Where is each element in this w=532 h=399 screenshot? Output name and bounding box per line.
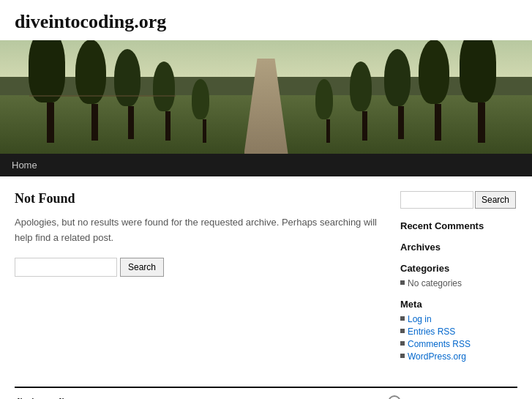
nav-item-home[interactable]: Home	[0, 154, 49, 176]
sidebar-meta-heading: Meta	[400, 299, 517, 310]
not-found-body: Apologies, but no results were found for…	[15, 215, 386, 246]
sidebar-meta-login: Log in	[400, 314, 517, 324]
wordpress-icon: W	[388, 395, 401, 399]
footer: diveintocoding.org W Proudly powered by …	[0, 388, 532, 399]
sidebar-section-archives: Archives	[400, 242, 517, 253]
bullet-icon	[400, 354, 405, 358]
sidebar-archives-heading: Archives	[400, 242, 517, 253]
main-search-button[interactable]: Search	[120, 258, 164, 277]
sidebar-search-input[interactable]	[400, 191, 473, 209]
bullet-icon	[400, 341, 405, 346]
sidebar-meta-entries-rss: Entries RSS	[400, 327, 517, 337]
site-title: diveintocoding.org	[15, 11, 517, 33]
main-nav: Home	[0, 154, 532, 176]
sidebar-section-meta: Meta Log in Entries RSS Comments RSS	[400, 299, 517, 362]
sidebar-entries-rss-link[interactable]: Entries RSS	[408, 327, 455, 337]
sidebar-login-link[interactable]: Log in	[408, 314, 432, 324]
sidebar-recent-comments-heading: Recent Comments	[400, 220, 517, 231]
sidebar-meta-comments-rss: Comments RSS	[400, 339, 517, 349]
sidebar-section-categories: Categories No categories	[400, 263, 517, 288]
main-search-input[interactable]	[15, 258, 117, 277]
main-search-form: Search	[15, 258, 386, 277]
main-content: Not Found Apologies, but no results were…	[15, 191, 386, 372]
bullet-icon	[400, 329, 405, 333]
sidebar: Search Recent Comments Archives Categori…	[400, 191, 517, 372]
sidebar-search-button[interactable]: Search	[475, 191, 516, 209]
sidebar-section-recent-comments: Recent Comments	[400, 220, 517, 231]
sidebar-wordpress-link[interactable]: WordPress.org	[408, 351, 466, 362]
sidebar-category-item: No categories	[400, 278, 517, 288]
sidebar-meta-wordpress-org: WordPress.org	[400, 351, 517, 362]
bullet-icon	[400, 316, 405, 321]
sidebar-categories-heading: Categories	[400, 263, 517, 274]
sidebar-comments-rss-link[interactable]: Comments RSS	[408, 339, 471, 349]
not-found-heading: Not Found	[15, 191, 386, 206]
hero-image	[0, 40, 532, 154]
sidebar-search-form: Search	[400, 191, 517, 209]
footer-site-name: diveintocoding.org	[15, 396, 91, 399]
footer-powered-by: W Proudly powered by WordPress	[388, 395, 517, 399]
bullet-icon	[400, 280, 405, 285]
